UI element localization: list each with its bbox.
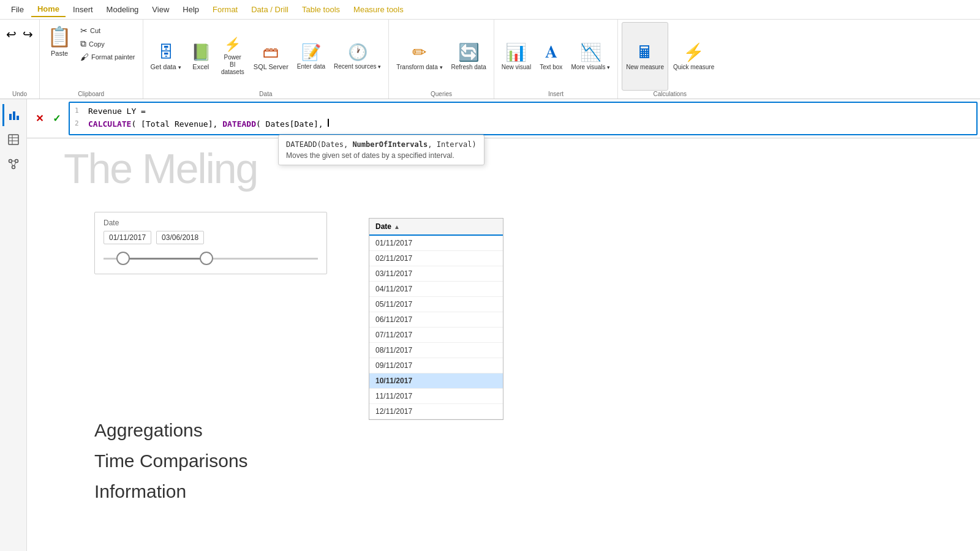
quick-measure-button[interactable]: ⚡ Quick measure: [669, 22, 718, 91]
left-sidebar: [0, 99, 27, 551]
clipboard-group: 📋 Paste ✂ Cut ⧉ Copy 🖌 Format painter C: [40, 20, 143, 99]
clipboard-label: Clipboard: [43, 91, 139, 97]
format-painter-button[interactable]: 🖌 Format painter: [77, 51, 139, 63]
sidebar-report-icon[interactable]: [2, 104, 24, 126]
copy-button[interactable]: ⧉ Copy: [77, 37, 139, 50]
menu-file[interactable]: File: [5, 2, 30, 17]
svg-point-7: [9, 160, 12, 163]
table-row-9[interactable]: 09/11/2017: [369, 358, 503, 373]
svg-line-11: [11, 162, 13, 166]
cut-icon: ✂: [80, 26, 88, 36]
cut-button[interactable]: ✂ Cut: [77, 24, 139, 37]
undo-label: Undo: [12, 91, 27, 97]
more-visuals-button[interactable]: 📉 More visuals ▾: [567, 22, 614, 91]
get-data-icon: 🗄: [158, 43, 174, 62]
enter-data-icon: 📝: [301, 43, 321, 62]
formula-line1-text: Revenue LY =: [88, 105, 146, 118]
formula-bar: ✕ ✓ 1 Revenue LY = 2 CALCULATE( [Total R…: [27, 99, 980, 138]
table-row-1[interactable]: 01/11/2017: [369, 236, 503, 251]
table-header[interactable]: Date ▲: [369, 219, 503, 236]
table-row-4[interactable]: 04/11/2017: [369, 282, 503, 297]
formula-line-1: 1 Revenue LY =: [75, 105, 971, 118]
date-slicer: Date 01/11/2017 03/06/2018: [94, 212, 327, 274]
undo-group: ↩ ↪ Undo: [0, 20, 40, 99]
insert-label: Insert: [498, 91, 614, 97]
excel-button[interactable]: 📗 Excel: [186, 22, 216, 91]
menu-view[interactable]: View: [146, 2, 175, 17]
redo-button[interactable]: ↪: [20, 24, 36, 44]
formula-line-2: 2 CALCULATE( [Total Revenue], DATEADD( D…: [75, 118, 971, 131]
svg-rect-1: [13, 111, 15, 120]
commit-formula-button[interactable]: ✓: [49, 111, 64, 126]
paste-icon: 📋: [47, 25, 72, 48]
table-row-5[interactable]: 05/11/2017: [369, 297, 503, 312]
data-group: 🗄 Get data ▾ 📗 Excel ⚡ Power BI datasets…: [143, 20, 390, 99]
menu-home[interactable]: Home: [31, 2, 66, 17]
table-resize-right[interactable]: [500, 219, 505, 419]
formula-tooltip: DATEADD(Dates, NumberOfIntervals, Interv…: [278, 135, 484, 165]
transform-button[interactable]: ✏ Transform data ▾: [393, 22, 446, 91]
menu-modeling[interactable]: Modeling: [100, 2, 145, 17]
insert-group: 📊 New visual 𝐀 Text box 📉 More visuals ▾…: [494, 20, 619, 99]
formula-editor[interactable]: 1 Revenue LY = 2 CALCULATE( [Total Reven…: [69, 102, 978, 135]
recent-sources-button[interactable]: 🕐 Recent sources ▾: [330, 22, 385, 91]
new-measure-icon: 🖩: [636, 42, 654, 62]
paste-button[interactable]: 📋 Paste: [43, 22, 75, 60]
svg-rect-3: [9, 135, 18, 144]
queries-group: ✏ Transform data ▾ 🔄 Refresh data Querie…: [389, 20, 494, 99]
slider-handle-right[interactable]: [200, 252, 213, 265]
table-row-2[interactable]: 02/11/2017: [369, 251, 503, 266]
tooltip-signature: DATEADD(Dates, NumberOfIntervals, Interv…: [286, 140, 477, 149]
sidebar-table-icon[interactable]: [2, 129, 24, 151]
sql-button[interactable]: 🗃 SQL Server: [250, 22, 292, 91]
table-row-3[interactable]: 03/11/2017: [369, 266, 503, 282]
text-box-icon: 𝐀: [545, 42, 557, 62]
calculations-group: 🖩 New measure ⚡ Quick measure Calculatio…: [618, 20, 722, 99]
table-row-10[interactable]: 10/11/2017: [369, 373, 503, 389]
canvas-title: The Meling: [27, 138, 980, 198]
table-row-7[interactable]: 07/11/2017: [369, 328, 503, 343]
slicer-from-date[interactable]: 01/11/2017: [104, 231, 151, 244]
refresh-button[interactable]: 🔄 Refresh data: [448, 22, 490, 91]
new-measure-button[interactable]: 🖩 New measure: [622, 22, 668, 91]
text-box-button[interactable]: 𝐀 Text box: [536, 22, 566, 91]
bottom-label-time: Time Comparisons: [94, 451, 248, 471]
bottom-label-info: Information: [94, 481, 186, 502]
slicer-to-date[interactable]: 03/06/2018: [156, 231, 204, 244]
undo-button[interactable]: ↩: [4, 24, 19, 44]
table-resize-left[interactable]: [367, 219, 372, 419]
enter-data-button[interactable]: 📝 Enter data: [293, 22, 329, 91]
recent-sources-icon: 🕐: [348, 43, 368, 62]
menu-measuretools[interactable]: Measure tools: [347, 2, 410, 17]
table-row-6[interactable]: 06/11/2017: [369, 312, 503, 328]
queries-label: Queries: [393, 91, 489, 97]
menu-datadrill[interactable]: Data / Drill: [245, 2, 295, 17]
sidebar-model-icon[interactable]: [2, 153, 24, 175]
formula-line-num-1: 1: [75, 105, 83, 118]
date-table: Date ▲ 01/11/2017 02/11/2017 03/11/2017 …: [369, 218, 503, 420]
formula-line-num-2: 2: [75, 118, 83, 131]
svg-rect-0: [9, 114, 12, 120]
table-row-11[interactable]: 11/11/2017: [369, 389, 503, 404]
cancel-formula-button[interactable]: ✕: [32, 111, 47, 126]
menu-help[interactable]: Help: [176, 2, 205, 17]
svg-line-12: [14, 162, 16, 166]
svg-rect-2: [17, 116, 19, 120]
slicer-label: Date: [104, 219, 318, 227]
refresh-icon: 🔄: [458, 42, 480, 62]
clipboard-small-btns: ✂ Cut ⧉ Copy 🖌 Format painter: [77, 22, 139, 63]
table-row-12[interactable]: 12/11/2017: [369, 404, 503, 419]
formula-cursor: [328, 119, 329, 127]
new-visual-button[interactable]: 📊 New visual: [498, 22, 535, 91]
data-label: Data: [147, 91, 385, 97]
slider-handle-left[interactable]: [116, 252, 130, 265]
powerbi-button[interactable]: ⚡ Power BI datasets: [217, 22, 249, 91]
menu-insert[interactable]: Insert: [67, 2, 99, 17]
sql-icon: 🗃: [263, 43, 279, 62]
menu-tabletools[interactable]: Table tools: [296, 2, 346, 17]
menu-format[interactable]: Format: [206, 2, 244, 17]
more-visuals-icon: 📉: [580, 42, 601, 62]
table-row-8[interactable]: 08/11/2017: [369, 343, 503, 358]
svg-point-8: [15, 160, 18, 163]
get-data-button[interactable]: 🗄 Get data ▾: [147, 22, 185, 91]
